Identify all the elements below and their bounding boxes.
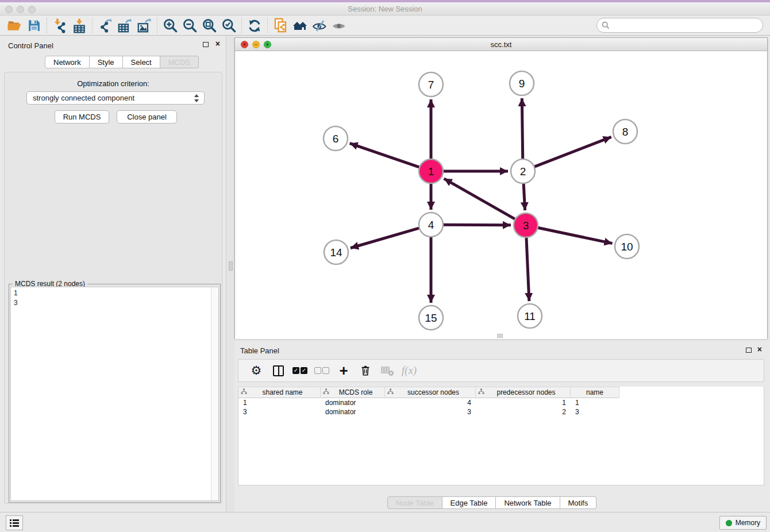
zoom-in-icon[interactable] [160, 17, 180, 34]
graph-node-label-8: 8 [622, 126, 629, 138]
duplicate-network-icon[interactable] [271, 17, 290, 34]
mcds-result-line: 3 [14, 298, 215, 308]
table-close-panel-icon[interactable]: × [757, 345, 762, 354]
panel-splitter[interactable] [227, 36, 234, 512]
search-input[interactable] [596, 18, 763, 33]
table-cell[interactable]: dominator [321, 407, 385, 417]
close-panel-icon[interactable]: × [215, 39, 220, 48]
hierarchy-icon [478, 388, 484, 396]
mcds-panel-content: Optimization criterion: strongly connect… [4, 72, 222, 504]
table-header-row: shared nameMCDS rolesuccessor nodesprede… [238, 387, 764, 398]
graph-node-label-3: 3 [523, 219, 529, 232]
graph-node-label-4: 4 [428, 219, 434, 231]
graph-node-label-14: 14 [330, 246, 342, 259]
export-network-icon[interactable] [95, 17, 115, 34]
select-all-rows-icon[interactable]: ✓✓ [289, 362, 311, 379]
mcds-result-scrollbar[interactable] [211, 287, 218, 500]
table-float-panel-icon[interactable] [746, 348, 752, 353]
tab-network[interactable]: Network [45, 56, 90, 68]
canvas-resize-handle[interactable] [497, 334, 503, 338]
network-canvas[interactable]: 7968124314101511 [235, 51, 767, 339]
hierarchy-icon [387, 388, 394, 396]
memory-status-dot-icon [726, 520, 732, 526]
export-table-icon[interactable] [115, 17, 134, 34]
import-table-icon[interactable] [70, 17, 89, 34]
table-cell[interactable]: 1 [238, 398, 321, 407]
control-panel-title: Control Panel [8, 41, 53, 50]
float-panel-icon[interactable] [203, 42, 209, 47]
show-columns-icon[interactable] [267, 362, 289, 379]
close-panel-button[interactable]: Close panel [117, 110, 177, 124]
run-mcds-button[interactable]: Run MCDS [55, 110, 109, 124]
refresh-layout-icon[interactable] [245, 17, 264, 34]
table-cell[interactable]: 4 [385, 398, 476, 407]
column-header-name[interactable]: name [571, 387, 619, 398]
table-row[interactable]: 1dominator411 [238, 398, 764, 407]
column-header-successor-nodes[interactable]: successor nodes [385, 387, 476, 398]
tab-style[interactable]: Style [90, 56, 123, 68]
export-image-icon[interactable] [134, 17, 154, 34]
delete-table-icon-disabled [376, 362, 398, 379]
hierarchy-icon [323, 388, 329, 396]
graph-edge-2-3[interactable] [523, 183, 525, 210]
column-header-label: shared name [247, 388, 318, 396]
table-panel-title: Table Panel [240, 346, 279, 355]
graph-edge-3-11[interactable] [526, 237, 529, 301]
graph-edge-4-3[interactable] [443, 225, 511, 225]
network-window-title: scc.txt [235, 40, 767, 49]
tab-motifs[interactable]: Motifs [560, 496, 597, 509]
import-network-icon[interactable] [50, 17, 70, 34]
column-header-predecessor-nodes[interactable]: predecessor nodes [476, 387, 571, 398]
tab-mcds[interactable]: MCDS [160, 56, 199, 68]
tab-network-table[interactable]: Network Table [496, 496, 560, 509]
deselect-all-rows-icon[interactable] [311, 362, 333, 379]
criterion-dropdown[interactable]: strongly connected component [26, 91, 205, 105]
table-options-icon[interactable]: ⚙ [245, 362, 267, 379]
zoom-out-icon[interactable] [180, 17, 199, 34]
network-graph[interactable]: 7968124314101511 [235, 51, 767, 339]
add-row-icon[interactable]: + [333, 362, 355, 379]
graph-edge-2-8[interactable] [534, 137, 611, 167]
table-cell[interactable]: 3 [238, 407, 321, 417]
header-filler [619, 387, 764, 398]
table-cell[interactable]: 1 [571, 398, 619, 407]
table-row[interactable]: 3dominator323 [238, 407, 764, 417]
table-cell[interactable]: dominator [321, 398, 385, 407]
mcds-result-textarea[interactable]: 13 [10, 287, 219, 501]
save-session-icon[interactable] [24, 17, 44, 34]
column-header-label: successor nodes [394, 388, 473, 396]
graph-edge-4-14[interactable] [351, 228, 419, 248]
open-file-icon[interactable] [5, 17, 24, 34]
optimization-criterion-label: Optimization criterion: [5, 79, 222, 88]
memory-button[interactable]: Memory [719, 516, 767, 530]
splitter-handle[interactable] [229, 261, 233, 271]
column-header-MCDS-role[interactable]: MCDS role [321, 387, 385, 398]
criterion-dropdown-value: strongly connected component [33, 94, 134, 102]
first-neighbors-icon[interactable] [290, 17, 310, 34]
zoom-selected-icon[interactable] [219, 17, 238, 34]
main-toolbar [0, 16, 770, 36]
tab-edge-table[interactable]: Edge Table [442, 496, 496, 509]
table-cell[interactable]: 1 [476, 398, 571, 407]
task-history-button[interactable] [6, 515, 23, 530]
table-cell[interactable]: 3 [571, 407, 619, 417]
column-header-shared-name[interactable]: shared name [238, 387, 321, 398]
graph-edge-3-10[interactable] [538, 228, 613, 243]
table-cell[interactable]: 3 [385, 407, 476, 417]
tab-select[interactable]: Select [123, 56, 160, 68]
delete-rows-icon[interactable] [355, 362, 376, 379]
tab-node-table[interactable]: Node Table [387, 496, 442, 509]
titlebar: Session: New Session [0, 2, 770, 16]
mcds-result-group: MCDS result (2 nodes) 13 [9, 284, 221, 503]
graph-edge-3-1[interactable] [444, 179, 515, 219]
table-cell[interactable]: 2 [476, 407, 571, 417]
show-all-eye-icon[interactable] [329, 17, 349, 34]
function-builder-icon-disabled: f(x) [398, 362, 420, 379]
hierarchy-icon [241, 388, 247, 396]
control-panel-tabs: Network Style Select MCDS [45, 56, 199, 68]
graph-edge-1-6[interactable] [350, 143, 420, 167]
zoom-fit-icon[interactable] [199, 17, 219, 34]
graph-edge-2-9[interactable] [522, 98, 522, 159]
hide-selected-eye-icon[interactable] [310, 17, 329, 34]
network-view-window: × − + scc.txt 7968124314101511 [234, 37, 768, 339]
